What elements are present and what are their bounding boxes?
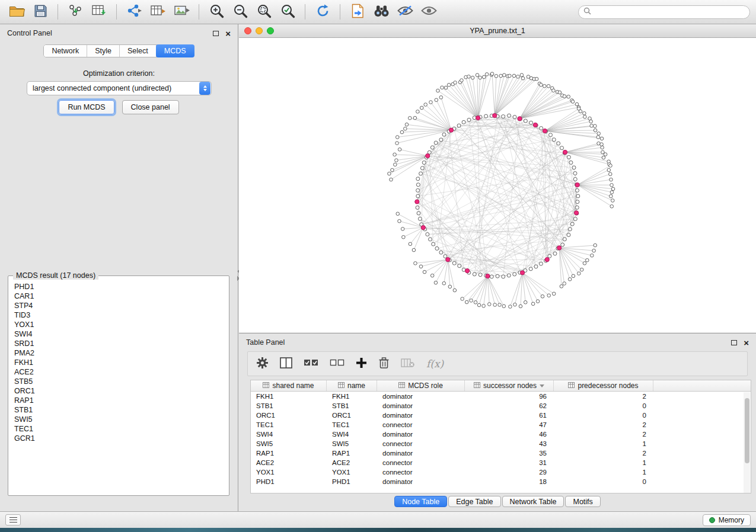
criterion-dropdown[interactable]: largest connected component (undirected): [27, 81, 212, 95]
mcds-result-item[interactable]: PMA2: [9, 348, 228, 358]
close-panel-icon[interactable]: ×: [744, 338, 749, 347]
column-header-name[interactable]: name: [327, 380, 377, 391]
tab-style[interactable]: Style: [87, 45, 120, 57]
network-graph[interactable]: [239, 38, 755, 332]
control-panel-titlebar: Control Panel ×: [0, 24, 238, 42]
table-row[interactable]: RAP1RAP1dominator352: [251, 448, 751, 458]
mcds-result-item[interactable]: YOX1: [9, 320, 228, 329]
mcds-result-item[interactable]: ORC1: [9, 386, 228, 396]
cell-shared-name: PHD1: [251, 478, 327, 485]
table-row[interactable]: FKH1FKH1dominator962: [251, 392, 751, 401]
mcds-result-item[interactable]: SWI5: [9, 415, 228, 424]
import-network-icon: [68, 4, 83, 20]
document-share-button[interactable]: [347, 2, 368, 21]
column-header-MCDS-role[interactable]: MCDS role: [377, 380, 465, 391]
eye-icon: [421, 5, 437, 19]
column-layout-icon: [280, 357, 292, 371]
table-row[interactable]: TEC1TEC1connector472: [251, 420, 751, 430]
network-canvas[interactable]: [239, 38, 756, 332]
tab-edge-table[interactable]: Edge Table: [448, 496, 500, 507]
cell-successor-nodes: 62: [465, 402, 554, 409]
cell-predecessor-nodes: 1: [554, 440, 653, 447]
close-panel-icon[interactable]: ×: [225, 29, 231, 38]
export-network-button[interactable]: [123, 2, 145, 21]
zoom-fit-button[interactable]: [253, 2, 275, 21]
column-header-shared-name[interactable]: shared name: [251, 380, 327, 391]
mcds-result-list[interactable]: PHD1CAR1STP4TID3YOX1SWI4SRD1PMA2FKH1ACE2…: [9, 282, 228, 494]
open-folder-button[interactable]: [6, 2, 27, 21]
window-close-icon[interactable]: [244, 27, 251, 34]
show-all-button[interactable]: [418, 2, 439, 21]
tab-node-table[interactable]: Node Table: [394, 496, 447, 507]
cell-successor-nodes: 29: [465, 469, 554, 476]
table-row[interactable]: STB1STB1dominator620: [251, 401, 751, 411]
run-mcds-button[interactable]: Run MCDS: [59, 100, 114, 114]
mcds-result-item[interactable]: RAP1: [9, 396, 228, 405]
add-row-button[interactable]: [356, 357, 367, 371]
column-layout-button[interactable]: [280, 357, 292, 371]
table-row[interactable]: YOX1YOX1connector291: [251, 467, 751, 477]
status-menu-button[interactable]: [5, 514, 21, 525]
table-row[interactable]: SWI5SWI5connector431: [251, 439, 751, 448]
mcds-result-item[interactable]: FKH1: [9, 358, 228, 367]
mcds-result-item[interactable]: TID3: [9, 310, 228, 320]
hide-selected-button[interactable]: [394, 2, 416, 21]
import-table-button[interactable]: [88, 2, 110, 21]
mcds-result-item[interactable]: STB1: [9, 405, 228, 415]
export-image-button[interactable]: [171, 2, 192, 21]
zoom-selected-button[interactable]: [277, 2, 298, 21]
float-panel-icon[interactable]: [213, 31, 219, 36]
cell-name: SWI4: [327, 431, 377, 438]
memory-button[interactable]: Memory: [703, 514, 751, 526]
mcds-result-item[interactable]: SRD1: [9, 339, 228, 348]
table-scrollbar[interactable]: [744, 392, 750, 493]
mcds-result-item[interactable]: GCR1: [9, 434, 228, 443]
mcds-result-item[interactable]: PHD1: [9, 282, 228, 291]
cell-successor-nodes: 43: [465, 440, 554, 447]
tab-mcds[interactable]: MCDS: [156, 44, 194, 57]
global-search-field[interactable]: [578, 5, 750, 19]
tab-motifs[interactable]: Motifs: [565, 496, 600, 507]
table-scrollbar-thumb[interactable]: [745, 398, 749, 463]
delete-button[interactable]: [378, 357, 390, 371]
save-button[interactable]: [30, 2, 51, 21]
mcds-result-title: MCDS result (17 nodes): [13, 271, 98, 280]
mcds-result-item[interactable]: STB5: [9, 377, 228, 386]
cell-mcds-role: connector: [377, 440, 465, 447]
mcds-result-item[interactable]: CAR1: [9, 291, 228, 301]
cell-name: SWI5: [327, 440, 377, 447]
deselect-all-button[interactable]: [330, 358, 344, 369]
mcds-result-item[interactable]: SWI4: [9, 329, 228, 339]
float-panel-icon[interactable]: [731, 340, 737, 345]
mcds-result-item[interactable]: ACE2: [9, 367, 228, 377]
export-table-button[interactable]: [147, 2, 168, 21]
toolbar-separator: [116, 4, 117, 20]
search-input[interactable]: [595, 8, 745, 16]
table-row[interactable]: ORC1ORC1dominator610: [251, 411, 751, 420]
tab-network-table[interactable]: Network Table: [502, 496, 564, 507]
cell-predecessor-nodes: 2: [554, 450, 653, 457]
zoom-out-button[interactable]: [229, 2, 251, 21]
table-row[interactable]: PHD1PHD1dominator180: [251, 477, 751, 486]
column-header-predecessor-nodes[interactable]: predecessor nodes: [554, 380, 653, 391]
close-panel-button[interactable]: Close panel: [122, 100, 179, 114]
window-maximize-icon[interactable]: [267, 27, 274, 34]
cell-shared-name: SWI4: [251, 431, 327, 438]
mcds-result-item[interactable]: TEC1: [9, 424, 228, 434]
table-row[interactable]: SWI4SWI4dominator462: [251, 430, 751, 439]
search-network-button[interactable]: [371, 2, 392, 21]
hide-column-button[interactable]: [401, 358, 415, 370]
tab-select[interactable]: Select: [120, 45, 157, 57]
refresh-button[interactable]: [312, 2, 333, 21]
zoom-in-button[interactable]: [206, 2, 227, 21]
tab-network[interactable]: Network: [44, 45, 87, 57]
table-row[interactable]: ACE2ACE2connector311: [251, 458, 751, 467]
mcds-result-item[interactable]: STP4: [9, 301, 228, 310]
column-header-successor-nodes[interactable]: successor nodes: [465, 380, 554, 391]
gear-button[interactable]: [256, 357, 269, 371]
network-window-titlebar[interactable]: YPA_prune.txt_1: [239, 24, 756, 38]
function-builder-button[interactable]: f(x): [426, 358, 444, 370]
select-all-button[interactable]: [304, 358, 318, 369]
import-network-button[interactable]: [65, 2, 86, 21]
window-minimize-icon[interactable]: [256, 27, 263, 34]
